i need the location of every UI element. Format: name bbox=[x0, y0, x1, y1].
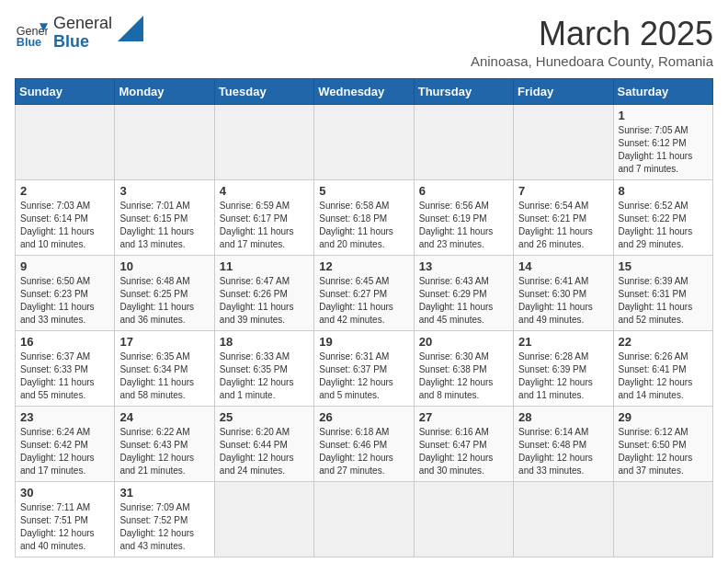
day-info: Sunrise: 6:37 AM Sunset: 6:33 PM Dayligh… bbox=[20, 350, 109, 402]
calendar-cell: 4Sunrise: 6:59 AM Sunset: 6:17 PM Daylig… bbox=[214, 180, 313, 256]
day-info: Sunrise: 6:52 AM Sunset: 6:22 PM Dayligh… bbox=[619, 200, 708, 251]
day-number: 18 bbox=[220, 335, 309, 349]
weekday-header-monday: Monday bbox=[115, 79, 214, 105]
calendar-cell: 6Sunrise: 6:56 AM Sunset: 6:19 PM Daylig… bbox=[414, 180, 513, 256]
day-info: Sunrise: 6:45 AM Sunset: 6:27 PM Dayligh… bbox=[319, 275, 408, 327]
day-info: Sunrise: 6:20 AM Sunset: 6:44 PM Dayligh… bbox=[220, 426, 309, 477]
day-number: 28 bbox=[518, 410, 608, 424]
day-number: 29 bbox=[619, 410, 708, 424]
calendar-cell bbox=[214, 105, 313, 180]
day-info: Sunrise: 7:11 AM Sunset: 7:51 PM Dayligh… bbox=[20, 501, 109, 553]
day-number: 3 bbox=[119, 184, 209, 198]
calendar-header: SundayMondayTuesdayWednesdayThursdayFrid… bbox=[16, 79, 713, 105]
day-number: 4 bbox=[220, 184, 309, 198]
weekday-header-tuesday: Tuesday bbox=[214, 79, 313, 105]
calendar-cell: 5Sunrise: 6:58 AM Sunset: 6:18 PM Daylig… bbox=[314, 180, 414, 256]
day-number: 12 bbox=[319, 259, 408, 273]
calendar-cell bbox=[16, 105, 115, 180]
day-number: 26 bbox=[319, 410, 408, 424]
day-info: Sunrise: 6:41 AM Sunset: 6:30 PM Dayligh… bbox=[518, 275, 608, 327]
month-title: March 2025 bbox=[471, 15, 713, 53]
calendar-cell bbox=[115, 105, 214, 180]
calendar-cell: 17Sunrise: 6:35 AM Sunset: 6:34 PM Dayli… bbox=[115, 331, 214, 407]
calendar-cell bbox=[214, 482, 313, 557]
day-info: Sunrise: 6:24 AM Sunset: 6:42 PM Dayligh… bbox=[20, 426, 109, 477]
calendar-cell: 28Sunrise: 6:14 AM Sunset: 6:48 PM Dayli… bbox=[514, 407, 613, 482]
calendar-cell: 29Sunrise: 6:12 AM Sunset: 6:50 PM Dayli… bbox=[613, 407, 712, 482]
calendar-week-1: 1Sunrise: 7:05 AM Sunset: 6:12 PM Daylig… bbox=[16, 105, 713, 180]
day-number: 5 bbox=[319, 184, 408, 198]
calendar-cell bbox=[514, 105, 613, 180]
calendar-cell: 10Sunrise: 6:48 AM Sunset: 6:25 PM Dayli… bbox=[115, 256, 214, 331]
day-info: Sunrise: 6:50 AM Sunset: 6:23 PM Dayligh… bbox=[20, 275, 109, 327]
weekday-row: SundayMondayTuesdayWednesdayThursdayFrid… bbox=[16, 79, 713, 105]
day-info: Sunrise: 6:18 AM Sunset: 6:46 PM Dayligh… bbox=[319, 426, 408, 477]
day-info: Sunrise: 7:05 AM Sunset: 6:12 PM Dayligh… bbox=[619, 124, 708, 176]
calendar-cell: 20Sunrise: 6:30 AM Sunset: 6:38 PM Dayli… bbox=[414, 331, 513, 407]
day-info: Sunrise: 6:43 AM Sunset: 6:29 PM Dayligh… bbox=[419, 275, 508, 327]
day-number: 25 bbox=[220, 410, 309, 424]
logo-triangle-icon bbox=[118, 16, 143, 41]
calendar-cell: 24Sunrise: 6:22 AM Sunset: 6:43 PM Dayli… bbox=[115, 407, 214, 482]
day-info: Sunrise: 6:35 AM Sunset: 6:34 PM Dayligh… bbox=[119, 350, 209, 402]
calendar-cell bbox=[514, 482, 613, 557]
day-info: Sunrise: 6:28 AM Sunset: 6:39 PM Dayligh… bbox=[518, 350, 608, 402]
calendar-cell: 2Sunrise: 7:03 AM Sunset: 6:14 PM Daylig… bbox=[16, 180, 115, 256]
day-number: 16 bbox=[20, 335, 109, 349]
day-info: Sunrise: 6:31 AM Sunset: 6:37 PM Dayligh… bbox=[319, 350, 408, 402]
day-info: Sunrise: 7:01 AM Sunset: 6:15 PM Dayligh… bbox=[119, 200, 209, 251]
weekday-header-friday: Friday bbox=[514, 79, 613, 105]
calendar-body: 1Sunrise: 7:05 AM Sunset: 6:12 PM Daylig… bbox=[16, 105, 713, 557]
calendar-week-3: 9Sunrise: 6:50 AM Sunset: 6:23 PM Daylig… bbox=[16, 256, 713, 331]
day-number: 9 bbox=[20, 259, 109, 273]
day-info: Sunrise: 6:58 AM Sunset: 6:18 PM Dayligh… bbox=[319, 200, 408, 251]
day-number: 31 bbox=[119, 486, 209, 500]
day-info: Sunrise: 6:22 AM Sunset: 6:43 PM Dayligh… bbox=[119, 426, 209, 477]
day-info: Sunrise: 7:03 AM Sunset: 6:14 PM Dayligh… bbox=[20, 200, 109, 251]
location-subtitle: Aninoasa, Hunedoara County, Romania bbox=[471, 53, 713, 69]
calendar-cell bbox=[414, 482, 513, 557]
day-info: Sunrise: 6:47 AM Sunset: 6:26 PM Dayligh… bbox=[220, 275, 309, 327]
calendar-cell bbox=[414, 105, 513, 180]
calendar-cell bbox=[314, 105, 414, 180]
day-info: Sunrise: 6:39 AM Sunset: 6:31 PM Dayligh… bbox=[619, 275, 708, 327]
day-number: 1 bbox=[619, 109, 708, 122]
day-number: 6 bbox=[419, 184, 508, 198]
day-number: 21 bbox=[518, 335, 608, 349]
weekday-header-wednesday: Wednesday bbox=[314, 79, 414, 105]
day-number: 19 bbox=[319, 335, 408, 349]
day-info: Sunrise: 6:59 AM Sunset: 6:17 PM Dayligh… bbox=[220, 200, 309, 251]
calendar-cell: 3Sunrise: 7:01 AM Sunset: 6:15 PM Daylig… bbox=[115, 180, 214, 256]
day-info: Sunrise: 6:30 AM Sunset: 6:38 PM Dayligh… bbox=[419, 350, 508, 402]
calendar-cell: 21Sunrise: 6:28 AM Sunset: 6:39 PM Dayli… bbox=[514, 331, 613, 407]
weekday-header-saturday: Saturday bbox=[613, 79, 712, 105]
day-number: 7 bbox=[518, 184, 608, 198]
day-info: Sunrise: 6:54 AM Sunset: 6:21 PM Dayligh… bbox=[518, 200, 608, 251]
day-number: 27 bbox=[419, 410, 508, 424]
calendar-cell: 14Sunrise: 6:41 AM Sunset: 6:30 PM Dayli… bbox=[514, 256, 613, 331]
calendar-cell: 27Sunrise: 6:16 AM Sunset: 6:47 PM Dayli… bbox=[414, 407, 513, 482]
day-number: 14 bbox=[518, 259, 608, 273]
day-info: Sunrise: 6:12 AM Sunset: 6:50 PM Dayligh… bbox=[619, 426, 708, 477]
day-number: 10 bbox=[119, 259, 209, 273]
day-number: 15 bbox=[619, 259, 708, 273]
weekday-header-thursday: Thursday bbox=[414, 79, 513, 105]
calendar-cell: 8Sunrise: 6:52 AM Sunset: 6:22 PM Daylig… bbox=[613, 180, 712, 256]
day-info: Sunrise: 6:16 AM Sunset: 6:47 PM Dayligh… bbox=[419, 426, 508, 477]
day-info: Sunrise: 6:14 AM Sunset: 6:48 PM Dayligh… bbox=[518, 426, 608, 477]
day-info: Sunrise: 6:33 AM Sunset: 6:35 PM Dayligh… bbox=[220, 350, 309, 402]
calendar-week-6: 30Sunrise: 7:11 AM Sunset: 7:51 PM Dayli… bbox=[16, 482, 713, 557]
calendar-week-5: 23Sunrise: 6:24 AM Sunset: 6:42 PM Dayli… bbox=[16, 407, 713, 482]
calendar-cell: 25Sunrise: 6:20 AM Sunset: 6:44 PM Dayli… bbox=[214, 407, 313, 482]
day-number: 13 bbox=[419, 259, 508, 273]
day-info: Sunrise: 7:09 AM Sunset: 7:52 PM Dayligh… bbox=[119, 501, 209, 553]
weekday-header-sunday: Sunday bbox=[16, 79, 115, 105]
calendar-cell: 15Sunrise: 6:39 AM Sunset: 6:31 PM Dayli… bbox=[613, 256, 712, 331]
day-info: Sunrise: 6:26 AM Sunset: 6:41 PM Dayligh… bbox=[619, 350, 708, 402]
calendar-cell: 18Sunrise: 6:33 AM Sunset: 6:35 PM Dayli… bbox=[214, 331, 313, 407]
calendar-cell: 9Sunrise: 6:50 AM Sunset: 6:23 PM Daylig… bbox=[16, 256, 115, 331]
calendar-cell: 13Sunrise: 6:43 AM Sunset: 6:29 PM Dayli… bbox=[414, 256, 513, 331]
calendar-cell: 19Sunrise: 6:31 AM Sunset: 6:37 PM Dayli… bbox=[314, 331, 414, 407]
day-number: 30 bbox=[20, 486, 109, 500]
day-number: 23 bbox=[20, 410, 109, 424]
